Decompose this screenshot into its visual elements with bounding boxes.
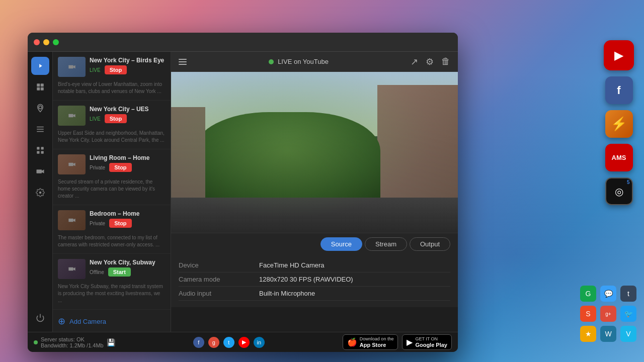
hb-line-1 xyxy=(179,59,187,60)
svg-rect-8 xyxy=(37,129,44,130)
google-play-badge[interactable]: ▶ GET IT ON Google Play xyxy=(402,334,452,350)
tab-stream[interactable]: Stream xyxy=(365,237,407,251)
sidebar-icon-list[interactable] xyxy=(31,120,49,138)
info-label: Audio input xyxy=(179,290,259,297)
sidebar-icon-home[interactable] xyxy=(31,57,49,75)
live-indicator: LIVE on YouTube xyxy=(269,58,329,65)
camera-item[interactable]: New York City – UES LIVE Stop Upper East… xyxy=(53,101,171,149)
hb-line-3 xyxy=(179,64,187,65)
add-camera-button[interactable]: ⊕Add Camera xyxy=(53,310,171,332)
vimeo-icon[interactable]: V xyxy=(620,326,636,342)
video-overlay xyxy=(171,72,458,233)
info-row: Device FaceTime HD Camera xyxy=(179,258,450,273)
camera-info: New York City – Birds Eye LIVE Stop xyxy=(90,57,166,77)
camera-description: The master bedroom, connected to my list… xyxy=(58,234,166,248)
settings-icon[interactable]: ⚙ xyxy=(426,56,434,67)
wordpress-icon[interactable]: W xyxy=(600,326,616,342)
camera-stop-button[interactable]: Stop xyxy=(109,163,131,172)
minimize-button[interactable] xyxy=(43,39,49,45)
tab-source[interactable]: Source xyxy=(320,237,362,251)
camera-item[interactable]: New York City, Subway Offline Start New … xyxy=(53,254,171,310)
yellow-star-icon[interactable]: ★ xyxy=(580,326,596,342)
facebook-app-icon[interactable]: f xyxy=(605,76,633,104)
right-section: LIVE on YouTube ↗ ⚙ 🗑 xyxy=(171,52,458,332)
social-icon-facebook[interactable]: f xyxy=(193,337,204,348)
sidebar-icon-grid[interactable] xyxy=(31,141,49,159)
title-bar xyxy=(28,33,458,52)
camera-item[interactable]: Bedroom – Home Private Stop The master b… xyxy=(53,205,171,254)
info-value: Built-in Microphone xyxy=(259,290,315,297)
svg-rect-20 xyxy=(68,114,73,118)
google-play-sub: GET IT ON xyxy=(415,336,447,342)
svg-point-16 xyxy=(39,192,41,194)
app-store-label: App Store xyxy=(360,342,394,348)
svg-rect-22 xyxy=(68,163,73,166)
messages-icon[interactable]: 💬 xyxy=(600,286,616,302)
googleplus-icon[interactable]: g+ xyxy=(600,306,616,322)
tumblr-icon[interactable]: t xyxy=(620,286,636,302)
hdd-icon: 💾 xyxy=(107,338,115,346)
camera-status-row: LIVE Stop xyxy=(90,65,166,74)
camera-list: New York City – Birds Eye LIVE Stop Bird… xyxy=(53,52,171,332)
svg-rect-11 xyxy=(41,147,43,149)
camera-status: Private xyxy=(90,221,105,226)
google-play-label: Google Play xyxy=(415,342,447,348)
add-camera-label: Add Camera xyxy=(69,318,106,325)
mini-app-row-3: ★ W V xyxy=(580,326,636,342)
thunderbolt-app-icon[interactable]: ⚡ xyxy=(605,110,633,138)
trash-icon[interactable]: 🗑 xyxy=(441,56,450,67)
camera-stop-button[interactable]: Stop xyxy=(109,219,131,228)
svg-rect-3 xyxy=(40,83,43,86)
footer: Server status: OK Bandwidth: 1.2Mb /1.4M… xyxy=(28,332,458,352)
sidebar-icon-video[interactable] xyxy=(31,162,49,180)
social-icon-google+[interactable]: g xyxy=(208,337,219,348)
camera-name: New York City, Subway xyxy=(90,259,166,266)
twitter2-icon[interactable]: 🐦 xyxy=(620,306,636,322)
svg-rect-18 xyxy=(68,65,73,69)
video-preview xyxy=(171,72,458,233)
tab-output[interactable]: Output xyxy=(410,237,450,251)
svg-rect-13 xyxy=(41,151,43,154)
svg-marker-25 xyxy=(73,219,75,222)
maximize-button[interactable] xyxy=(53,39,59,45)
share-icon[interactable]: ↗ xyxy=(411,56,418,67)
stumbleupon-icon[interactable]: S xyxy=(580,306,596,322)
camera-start-button[interactable]: Start xyxy=(108,267,131,277)
tabs: SourceStreamOutput xyxy=(179,237,450,251)
camera-description: Secured stream of a private residence, t… xyxy=(58,178,166,200)
hamburger-menu[interactable] xyxy=(179,59,187,65)
camera-description: New York City Subway, the rapid transit … xyxy=(58,283,166,304)
camera-stop-button[interactable]: Stop xyxy=(105,65,127,74)
social-icon-linkedin[interactable]: in xyxy=(254,337,265,348)
close-button[interactable] xyxy=(34,39,40,45)
camera-item-header: Living Room – Home Private Stop xyxy=(58,154,166,174)
sidebar-icon-location[interactable] xyxy=(31,99,49,117)
target-app-icon[interactable]: ◎ 5 xyxy=(605,177,633,205)
camera-info: New York City, Subway Offline Start xyxy=(90,259,166,279)
camera-item[interactable]: New York City – Birds Eye LIVE Stop Bird… xyxy=(53,52,171,101)
camera-thumbnail xyxy=(58,106,86,126)
camera-thumbnail xyxy=(58,57,86,77)
grammarly-icon[interactable]: G xyxy=(580,286,596,302)
camera-name: New York City – Birds Eye xyxy=(90,57,166,64)
camera-item-header: New York City – Birds Eye LIVE Stop xyxy=(58,57,166,77)
server-status-text: Server status: OK Bandwidth: 1.2Mb /1.4M… xyxy=(41,336,104,348)
traffic-lights xyxy=(34,39,59,45)
camera-item[interactable]: Living Room – Home Private Stop Secured … xyxy=(53,149,171,205)
svg-rect-12 xyxy=(37,151,39,154)
hb-line-2 xyxy=(179,61,187,62)
camera-stop-button[interactable]: Stop xyxy=(105,114,127,123)
ams-app-icon[interactable]: AMS xyxy=(605,144,633,171)
social-icon-twitter[interactable]: t xyxy=(223,337,234,348)
mini-app-row-1: G 💬 t xyxy=(580,286,636,302)
right-app-icons: ▶ f ⚡ AMS ◎ 5 xyxy=(604,40,634,205)
camera-thumbnail xyxy=(58,154,86,174)
social-icon-youtube[interactable]: ▶ xyxy=(238,337,250,348)
sidebar-icon-settings[interactable] xyxy=(31,184,49,202)
sidebar-icon-library[interactable] xyxy=(31,78,49,96)
youtube-app-icon[interactable]: ▶ xyxy=(604,40,634,70)
info-label: Device xyxy=(179,261,259,269)
camera-name: New York City – UES xyxy=(90,106,166,113)
sidebar-icon-power[interactable] xyxy=(31,309,49,327)
app-store-badge[interactable]: 🍎 Download on the App Store xyxy=(343,334,398,350)
